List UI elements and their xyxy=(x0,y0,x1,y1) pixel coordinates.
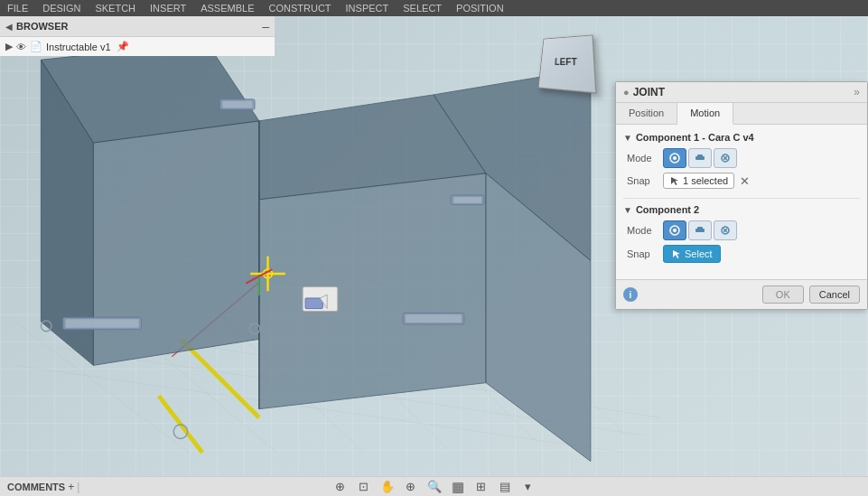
cancel-button[interactable]: Cancel xyxy=(809,285,860,304)
menu-position[interactable]: POSITION xyxy=(456,3,504,14)
toolbar-icon-2[interactable]: ⊡ xyxy=(356,479,372,495)
component1-mode-buttons xyxy=(663,148,737,168)
component1-snap-selected-btn[interactable]: 1 selected xyxy=(663,173,734,189)
top-menu-bar: FILE DESIGN SKETCH INSERT ASSEMBLE CONST… xyxy=(0,0,868,16)
component1-mode-row: Mode xyxy=(623,148,860,168)
joint-title-text: JOINT xyxy=(633,86,665,98)
snap-clear-button[interactable]: ✕ xyxy=(738,174,751,188)
browser-header-left: ◀ BROWSER xyxy=(5,21,68,32)
joint-panel-header: ● JOINT » xyxy=(616,82,867,103)
component2-title: Component 2 xyxy=(636,204,699,215)
bottom-toolbar: COMMENTS + | ⊕ ⊡ ✋ ⊕ 🔍 ▦ ⊞ ▤ ▾ xyxy=(0,476,868,496)
play-icon[interactable]: ▶ xyxy=(5,41,13,52)
toolbar-icon-1[interactable]: ⊕ xyxy=(332,479,349,495)
tab-position[interactable]: Position xyxy=(616,103,677,124)
mode-btn-1[interactable] xyxy=(663,148,686,168)
browser-title-label: BROWSER xyxy=(16,21,68,32)
toolbar-icon-zoom[interactable]: 🔍 xyxy=(426,479,443,495)
component2-mode-icon-2 xyxy=(694,224,706,237)
browser-controls: – xyxy=(262,19,269,33)
browser-panel: ◀ BROWSER – ▶ 👁 📄 Instructable v1 📌 xyxy=(0,16,275,56)
svg-rect-26 xyxy=(65,319,138,328)
svg-line-11 xyxy=(181,339,259,417)
component2-mode-label: Mode xyxy=(627,225,663,236)
svg-rect-28 xyxy=(406,314,462,323)
component2-mode-icon-1 xyxy=(668,224,681,237)
component1-mode-label: Mode xyxy=(627,153,663,164)
svg-marker-17 xyxy=(259,173,486,409)
mode-btn-2[interactable] xyxy=(688,148,712,168)
collapse-icon[interactable]: ◀ xyxy=(5,22,13,32)
menu-inspect[interactable]: INSPECT xyxy=(346,3,389,14)
footer-buttons: OK Cancel xyxy=(762,285,860,304)
joint-expand-icon[interactable]: » xyxy=(854,86,860,98)
menu-design[interactable]: DESIGN xyxy=(42,3,80,14)
component1-header: ▼ Component 1 - Cara C v4 xyxy=(623,132,860,143)
mode-btn-3[interactable] xyxy=(714,148,737,168)
comments-divider-icon: | xyxy=(77,481,79,493)
menu-insert[interactable]: INSERT xyxy=(150,3,186,14)
joint-close-icon[interactable]: ● xyxy=(623,87,630,98)
pin-icon[interactable]: 📌 xyxy=(117,41,129,52)
component1-snap-row: Snap 1 selected ✕ xyxy=(623,173,860,189)
svg-point-46 xyxy=(673,229,677,232)
component2-arrow[interactable]: ▼ xyxy=(623,205,632,215)
svg-rect-48 xyxy=(697,227,703,229)
svg-rect-33 xyxy=(305,298,322,309)
menu-file[interactable]: FILE xyxy=(7,3,28,14)
component2-section: ▼ Component 2 Mode xyxy=(623,204,860,263)
nav-cube-label: LEFT xyxy=(555,56,577,66)
menu-construct[interactable]: CONSTRUCT xyxy=(269,3,331,14)
browser-minus-icon[interactable]: – xyxy=(262,19,269,33)
component2-mode-btn-3[interactable] xyxy=(714,220,737,240)
component2-mode-row: Mode xyxy=(623,220,860,240)
navigation-cube[interactable]: LEFT xyxy=(538,34,602,98)
joint-panel-footer: i OK Cancel xyxy=(616,279,867,309)
component2-mode-icon-3 xyxy=(719,224,732,237)
bottom-center-toolbar: ⊕ ⊡ ✋ ⊕ 🔍 ▦ ⊞ ▤ ▾ xyxy=(332,479,537,495)
info-icon[interactable]: i xyxy=(623,287,638,302)
browser-header: ◀ BROWSER – xyxy=(0,16,275,37)
component1-section: ▼ Component 1 - Cara C v4 Mode xyxy=(623,132,860,189)
menu-select[interactable]: SELECT xyxy=(403,3,442,14)
eye-icon[interactable]: 👁 xyxy=(16,42,26,52)
component1-arrow[interactable]: ▼ xyxy=(623,133,632,143)
svg-rect-43 xyxy=(697,154,703,157)
ok-button[interactable]: OK xyxy=(762,285,804,304)
file-icon: 📄 xyxy=(30,41,42,52)
bottom-left: COMMENTS + | xyxy=(7,481,79,493)
toolbar-icon-3[interactable]: ⊕ xyxy=(403,479,419,495)
toolbar-icon-pan[interactable]: ✋ xyxy=(379,479,396,495)
comments-label: COMMENTS xyxy=(7,482,65,492)
component1-snap-label: Snap xyxy=(627,175,663,186)
component2-snap-label: Snap xyxy=(627,248,663,259)
joint-title-area: ● JOINT xyxy=(623,86,665,98)
select-cursor-icon xyxy=(671,248,682,259)
svg-rect-24 xyxy=(453,197,481,203)
browser-file-row[interactable]: ▶ 👁 📄 Instructable v1 📌 xyxy=(0,37,275,56)
toolbar-icon-6[interactable]: ▤ xyxy=(497,479,513,495)
component2-mode-btn-1[interactable] xyxy=(663,220,686,240)
mode-icon-3 xyxy=(719,152,732,164)
component2-snap-row: Snap Select xyxy=(623,245,860,263)
component2-snap-area: Select xyxy=(663,245,721,263)
svg-rect-22 xyxy=(222,101,252,108)
component2-select-button[interactable]: Select xyxy=(663,245,721,263)
toolbar-icon-dropdown[interactable]: ▾ xyxy=(520,479,537,495)
tab-motion[interactable]: Motion xyxy=(677,103,733,125)
component2-header: ▼ Component 2 xyxy=(623,204,860,215)
nav-cube-face[interactable]: LEFT xyxy=(538,34,597,93)
menu-assemble[interactable]: ASSEMBLE xyxy=(201,3,254,14)
toolbar-icon-5[interactable]: ⊞ xyxy=(473,479,490,495)
component2-mode-buttons xyxy=(663,220,737,240)
file-name: Instructable v1 xyxy=(46,42,111,52)
toolbar-icon-4[interactable]: ▦ xyxy=(450,479,466,495)
mode-icon-2 xyxy=(694,152,706,164)
snap-selected-text: 1 selected xyxy=(683,175,728,186)
joint-panel: ● JOINT » Position Motion ▼ Component 1 … xyxy=(615,81,868,310)
mode-icon-1 xyxy=(668,152,681,164)
comments-expand-icon[interactable]: + xyxy=(68,481,74,493)
divider-1 xyxy=(623,198,860,199)
component2-mode-btn-2[interactable] xyxy=(688,220,712,240)
menu-sketch[interactable]: SKETCH xyxy=(95,3,135,14)
